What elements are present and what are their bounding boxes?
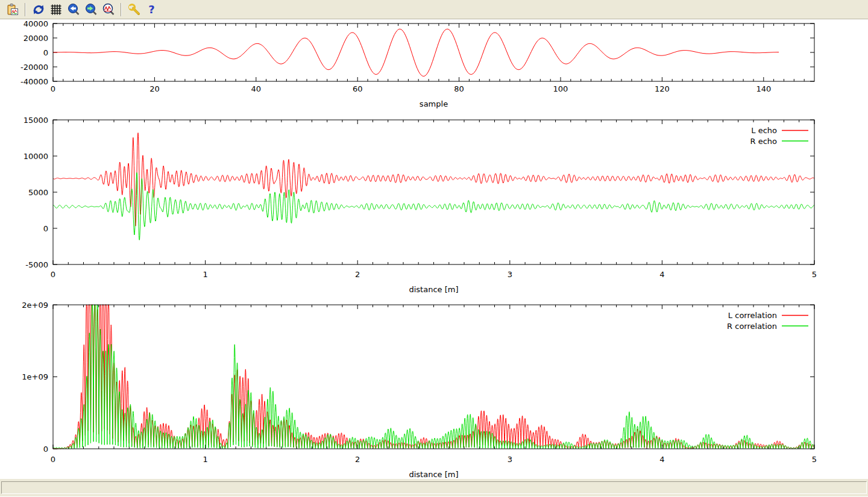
y-tick-label: 0 — [43, 445, 48, 454]
gnuplot-window: ? 020406080100120140-40000-2000002000040… — [0, 0, 868, 497]
legend-label: L echo — [751, 126, 777, 135]
y-tick-label: 5000 — [28, 188, 48, 197]
replot-button[interactable] — [30, 1, 47, 18]
correlation-plot[interactable]: 01234501e+092e+09distance [m]L correlati… — [0, 296, 868, 478]
settings-button[interactable] — [125, 1, 143, 18]
help-button[interactable]: ? — [143, 1, 160, 18]
series-line-l-echo — [53, 133, 814, 227]
x-axis-label: sample — [420, 99, 448, 108]
legend-label: R echo — [750, 137, 777, 146]
x-tick-label: 40 — [251, 84, 262, 93]
x-tick-label: 100 — [553, 84, 568, 93]
toolbar: ? — [0, 0, 868, 19]
x-tick-label: 0 — [51, 455, 55, 464]
copy-plot-icon — [6, 3, 19, 16]
plot-frame — [53, 120, 814, 264]
y-tick-label: 20000 — [24, 34, 48, 43]
status-field — [1, 481, 867, 494]
echo-plot[interactable]: 012345-5000050001000015000distance [m]L … — [0, 111, 868, 296]
grid-button[interactable] — [47, 1, 64, 18]
y-tick-label: 0 — [43, 48, 48, 57]
x-tick-label: 2 — [355, 270, 360, 279]
legend-label: R correlation — [727, 322, 777, 331]
zoom-next-button[interactable] — [82, 1, 99, 18]
y-tick-label: -20000 — [20, 63, 48, 72]
x-tick-label: 20 — [149, 84, 160, 93]
plot-canvas: 020406080100120140-40000-200000200004000… — [0, 19, 868, 478]
ticks — [53, 23, 814, 81]
status-bar — [0, 478, 868, 496]
plot-frame — [53, 23, 814, 81]
zoom-previous-icon — [67, 3, 80, 16]
x-tick-label: 120 — [655, 84, 670, 93]
x-tick-label: 2 — [355, 455, 360, 464]
x-tick-label: 4 — [659, 455, 664, 464]
series-line-r-correlation — [53, 305, 814, 449]
y-tick-label: 40000 — [24, 19, 48, 28]
x-axis-label: distance [m] — [409, 285, 458, 294]
legend-label: L correlation — [728, 311, 777, 320]
zoom-previous-button[interactable] — [64, 1, 82, 18]
y-tick-label: 10000 — [24, 152, 48, 161]
x-tick-label: 3 — [508, 270, 512, 279]
ticks — [53, 120, 814, 264]
y-tick-label: 15000 — [24, 116, 48, 125]
x-tick-label: 80 — [454, 84, 464, 93]
autoscale-button[interactable] — [99, 1, 117, 18]
plot-frame — [53, 305, 814, 449]
help-icon: ? — [148, 4, 154, 16]
autoscale-icon — [102, 3, 115, 16]
x-tick-label: 4 — [659, 270, 664, 279]
x-axis-label: distance [m] — [409, 470, 458, 478]
copy-plot-button[interactable] — [4, 1, 21, 18]
x-tick-label: 140 — [756, 84, 771, 93]
y-tick-label: 2e+09 — [22, 301, 48, 310]
x-tick-label: 3 — [508, 455, 512, 464]
x-tick-label: 5 — [812, 455, 817, 464]
series-line-l-correlation — [53, 305, 814, 449]
y-tick-label: 0 — [43, 224, 48, 233]
replot-icon — [32, 3, 45, 16]
x-tick-label: 0 — [51, 270, 55, 279]
y-tick-label: -5000 — [25, 260, 48, 269]
zoom-next-icon — [84, 3, 98, 16]
x-tick-label: 1 — [203, 455, 207, 464]
series-line-signal — [53, 29, 779, 76]
grid-icon — [49, 3, 63, 16]
y-tick-label: 1e+09 — [22, 372, 48, 381]
toolbar-separator — [25, 3, 26, 16]
x-tick-label: 5 — [812, 270, 817, 279]
wrench-icon — [128, 3, 141, 16]
x-tick-label: 1 — [203, 270, 207, 279]
signal-plot[interactable]: 020406080100120140-40000-200000200004000… — [0, 19, 868, 111]
series-line-r-echo — [53, 173, 814, 240]
ticks — [53, 305, 814, 449]
x-tick-label: 0 — [51, 84, 55, 93]
y-tick-label: -40000 — [20, 77, 48, 86]
toolbar-separator — [121, 3, 122, 16]
x-tick-label: 60 — [353, 84, 363, 93]
